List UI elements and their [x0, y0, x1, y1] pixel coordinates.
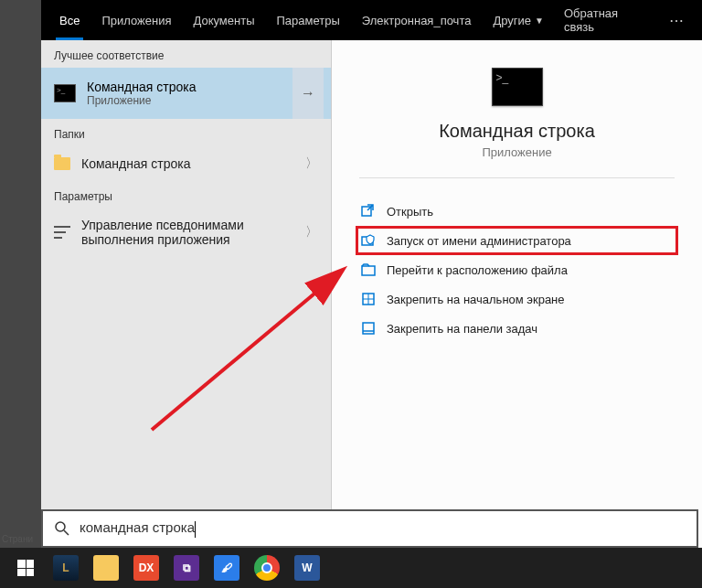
- open-icon: [361, 204, 376, 219]
- tab-all[interactable]: Все: [48, 0, 90, 40]
- truncated-label: Страни: [2, 534, 33, 544]
- divider: [359, 177, 675, 178]
- best-match-subtitle: Приложение: [87, 94, 196, 107]
- svg-point-9: [56, 522, 65, 531]
- cmd-icon-large: [492, 68, 543, 106]
- taskbar: L DX ⧉ 🖌 W: [0, 548, 702, 588]
- chevron-right-icon: 〉: [305, 224, 318, 241]
- results-list: Лучшее соответствие Командная строка При…: [41, 40, 332, 548]
- details-subtitle: Приложение: [332, 145, 702, 159]
- pin-taskbar-icon: [361, 321, 376, 336]
- action-pin-start[interactable]: Закрепить на начальном экране: [356, 284, 678, 314]
- details-title: Командная строка: [332, 121, 702, 142]
- action-open-label: Открыть: [387, 205, 433, 219]
- svg-rect-6: [363, 323, 374, 334]
- settings-result-label: Управление псевдонимами выполнения прило…: [81, 218, 282, 247]
- chevron-down-icon: ▼: [535, 16, 544, 26]
- action-file-location-label: Перейти к расположению файла: [387, 263, 568, 277]
- taskbar-app-paint[interactable]: 🖌: [207, 550, 247, 586]
- action-file-location[interactable]: Перейти к расположению файла: [356, 255, 678, 284]
- taskbar-app-word[interactable]: W: [287, 550, 327, 586]
- tab-apps[interactable]: Приложения: [90, 0, 182, 40]
- settings-result[interactable]: Управление псевдонимами выполнения прило…: [41, 208, 331, 256]
- section-best-match: Лучшее соответствие: [41, 40, 331, 68]
- expand-arrow-icon[interactable]: →: [292, 68, 324, 119]
- action-open[interactable]: Открыть: [356, 197, 678, 226]
- action-pin-taskbar[interactable]: Закрепить на панели задач: [356, 314, 678, 343]
- windows-icon: [17, 560, 34, 576]
- taskbar-app-lol[interactable]: L: [46, 550, 86, 586]
- action-run-as-admin[interactable]: Запуск от имени администратора: [356, 226, 678, 255]
- action-pin-start-label: Закрепить на начальном экране: [387, 293, 565, 306]
- action-run-as-admin-label: Запуск от имени администратора: [387, 234, 571, 248]
- taskbar-app-dx[interactable]: DX: [126, 550, 166, 586]
- search-panel: Лучшее соответствие Командная строка При…: [41, 40, 702, 548]
- chevron-right-icon: 〉: [305, 155, 318, 172]
- folder-location-icon: [361, 262, 376, 277]
- tab-other[interactable]: Другие▼: [482, 0, 555, 40]
- search-tabs: Все Приложения Документы Параметры Элект…: [41, 0, 702, 40]
- tab-settings[interactable]: Параметры: [265, 0, 350, 40]
- folder-icon: [54, 157, 70, 170]
- details-pane: Командная строка Приложение Открыть Запу…: [332, 40, 702, 548]
- section-settings: Параметры: [41, 181, 331, 208]
- feedback-link[interactable]: Обратная связь: [555, 6, 660, 34]
- svg-line-10: [64, 530, 69, 535]
- actions-list: Открыть Запуск от имени администратора П…: [332, 197, 702, 343]
- taskbar-app-explorer[interactable]: [86, 550, 126, 586]
- search-icon: [54, 520, 70, 537]
- folder-result-label: Командная строка: [81, 156, 190, 171]
- pin-start-icon: [361, 292, 376, 306]
- search-bar[interactable]: командная строка: [41, 509, 698, 548]
- best-match-item[interactable]: Командная строка Приложение →: [41, 68, 331, 119]
- action-pin-taskbar-label: Закрепить на панели задач: [387, 322, 537, 336]
- taskbar-app-chrome[interactable]: [247, 550, 287, 586]
- section-folders: Папки: [41, 119, 331, 146]
- start-button[interactable]: [5, 550, 46, 586]
- cmd-icon: [54, 84, 76, 102]
- taskbar-app-vs[interactable]: ⧉: [166, 550, 207, 586]
- left-gutter: [0, 0, 41, 548]
- tab-documents[interactable]: Документы: [182, 0, 265, 40]
- best-match-text: Командная строка Приложение: [87, 80, 196, 107]
- admin-icon: [361, 233, 376, 248]
- search-input[interactable]: командная строка: [80, 519, 686, 537]
- svg-rect-2: [362, 266, 375, 275]
- tab-email[interactable]: Электронная_почта: [351, 0, 483, 40]
- folder-result[interactable]: Командная строка 〉: [41, 146, 331, 181]
- list-icon: [54, 226, 70, 239]
- more-icon[interactable]: ⋯: [660, 12, 695, 29]
- best-match-title: Командная строка: [87, 80, 196, 94]
